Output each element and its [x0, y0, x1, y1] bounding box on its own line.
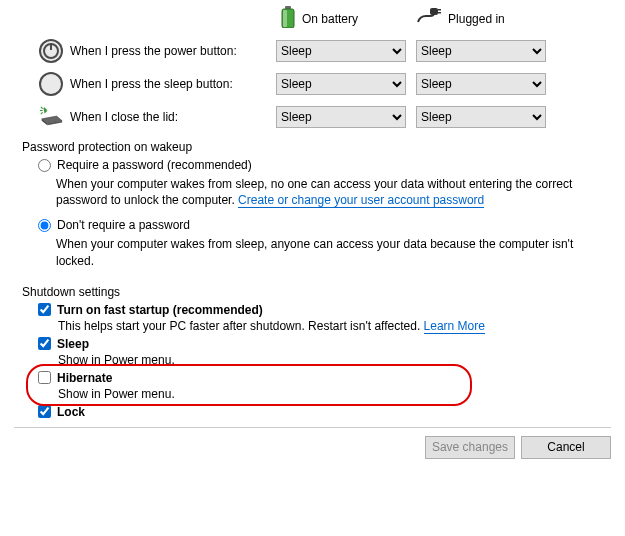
sleep-desc: Show in Power menu.	[58, 353, 625, 367]
lock-option: Lock	[38, 405, 625, 419]
create-password-link[interactable]: Create or change your user account passw…	[238, 193, 484, 208]
power-button-row: When I press the power button: Sleep Sle…	[38, 38, 625, 64]
moon-icon	[38, 71, 64, 97]
power-button-label: When I press the power button:	[70, 44, 276, 58]
sleep-button-row: When I press the sleep button: Sleep Sle…	[38, 71, 625, 97]
require-password-desc: When your computer wakes from sleep, no …	[56, 176, 605, 208]
hibernate-checkbox[interactable]	[38, 371, 51, 384]
save-changes-button[interactable]: Save changes	[425, 436, 515, 459]
sleep-label: Sleep	[57, 337, 89, 351]
cancel-button[interactable]: Cancel	[521, 436, 611, 459]
plug-icon	[416, 8, 442, 29]
dont-require-password-option: Don't require a password	[38, 218, 625, 232]
battery-icon	[280, 6, 296, 31]
require-password-label: Require a password (recommended)	[57, 158, 252, 172]
dont-require-password-desc: When your computer wakes from sleep, any…	[56, 236, 605, 268]
sleep-button-label: When I press the sleep button:	[70, 77, 276, 91]
dont-require-password-label: Don't require a password	[57, 218, 190, 232]
sleep-button-plugged-select[interactable]: Sleep	[416, 73, 546, 95]
svg-rect-2	[283, 10, 287, 27]
hibernate-desc: Show in Power menu.	[58, 387, 625, 401]
plugged-in-label: Plugged in	[448, 12, 505, 26]
fast-startup-label: Turn on fast startup (recommended)	[57, 303, 263, 317]
dont-require-password-radio[interactable]	[38, 219, 51, 232]
close-lid-label: When I close the lid:	[70, 110, 276, 124]
learn-more-link[interactable]: Learn More	[424, 319, 485, 334]
close-lid-plugged-select[interactable]: Sleep	[416, 106, 546, 128]
password-section-heading: Password protection on wakeup	[22, 140, 625, 154]
svg-rect-3	[430, 8, 438, 15]
button-bar: Save changes Cancel	[0, 436, 625, 459]
hibernate-label: Hibernate	[57, 371, 112, 385]
require-password-option: Require a password (recommended)	[38, 158, 625, 172]
close-lid-battery-select[interactable]: Sleep	[276, 106, 406, 128]
power-button-battery-select[interactable]: Sleep	[276, 40, 406, 62]
require-password-radio[interactable]	[38, 159, 51, 172]
close-lid-row: When I close the lid: Sleep Sleep	[38, 104, 625, 130]
separator	[14, 427, 611, 428]
power-icon	[38, 38, 64, 64]
sleep-button-battery-select[interactable]: Sleep	[276, 73, 406, 95]
fast-startup-option: Turn on fast startup (recommended)	[38, 303, 625, 317]
on-battery-label: On battery	[302, 12, 358, 26]
svg-rect-4	[438, 9, 441, 11]
plugged-in-header: Plugged in	[416, 6, 505, 31]
sleep-option: Sleep	[38, 337, 625, 351]
laptop-icon	[38, 104, 64, 130]
column-headers: On battery Plugged in	[280, 6, 625, 31]
fast-startup-checkbox[interactable]	[38, 303, 51, 316]
shutdown-section-heading: Shutdown settings	[22, 285, 625, 299]
svg-point-11	[41, 74, 61, 94]
lock-checkbox[interactable]	[38, 405, 51, 418]
on-battery-header: On battery	[280, 6, 358, 31]
lock-label: Lock	[57, 405, 85, 419]
hibernate-option: Hibernate	[38, 371, 625, 385]
svg-rect-5	[438, 12, 441, 14]
sleep-checkbox[interactable]	[38, 337, 51, 350]
power-button-plugged-select[interactable]: Sleep	[416, 40, 546, 62]
fast-startup-desc: This helps start your PC faster after sh…	[58, 319, 625, 333]
